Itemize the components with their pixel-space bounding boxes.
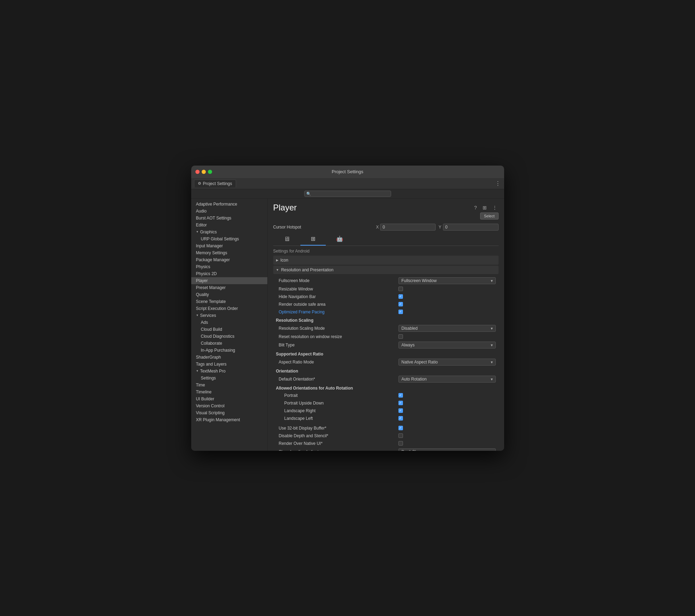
sidebar-item-memory-settings[interactable]: Memory Settings bbox=[191, 249, 267, 256]
close-button[interactable] bbox=[195, 170, 200, 174]
sidebar-item-preset-manager[interactable]: Preset Manager bbox=[191, 284, 267, 291]
reset-resolution-checkbox[interactable] bbox=[398, 334, 403, 339]
sidebar-item-graphics[interactable]: ▼ Graphics bbox=[191, 229, 267, 235]
render-outside-checkbox[interactable] bbox=[398, 302, 403, 306]
sidebar-item-physics-2d[interactable]: Physics 2D bbox=[191, 270, 267, 277]
search-icon: 🔍 bbox=[306, 191, 311, 196]
disable-depth-checkbox[interactable] bbox=[398, 433, 403, 438]
sidebar-item-tags-and-layers[interactable]: Tags and Layers bbox=[191, 361, 267, 368]
optimized-frame-label: Optimized Frame Pacing bbox=[276, 310, 398, 314]
sidebar-item-editor[interactable]: Editor bbox=[191, 222, 267, 229]
search-bar: 🔍 bbox=[191, 189, 504, 199]
aspect-ratio-mode-value: Native Aspect Ratio Legacy Wide Screen (… bbox=[398, 359, 496, 366]
use-32bit-label: Use 32-bit Display Buffer* bbox=[276, 426, 398, 431]
fullscreen-mode-select[interactable]: Fullscreen Window Windowed Exclusive Ful… bbox=[398, 277, 496, 284]
tabs-more-button[interactable]: ⋮ bbox=[495, 180, 501, 187]
android-platform-tab[interactable]: 🤖 bbox=[326, 233, 354, 246]
default-orientation-label: Default Orientation* bbox=[276, 377, 398, 382]
optimized-frame-value bbox=[398, 310, 496, 314]
platform-tabs: 🖥 ⊞ 🤖 bbox=[273, 233, 499, 246]
sidebar-item-textmesh-pro[interactable]: ▼ TextMesh Pro bbox=[191, 368, 267, 375]
show-loading-select[interactable]: Don't Show Show bbox=[398, 448, 496, 451]
hide-nav-bar-value bbox=[398, 294, 496, 299]
sidebar-item-in-app-purchasing[interactable]: In-App Purchasing bbox=[191, 347, 267, 354]
reset-resolution-row: Reset resolution on window resize bbox=[273, 333, 499, 341]
sidebar-item-burst-aot[interactable]: Burst AOT Settings bbox=[191, 215, 267, 222]
maximize-button[interactable] bbox=[208, 170, 212, 174]
desktop-platform-tab[interactable]: 🖥 bbox=[273, 233, 300, 246]
sidebar-item-collaborate[interactable]: Collaborate bbox=[191, 340, 267, 347]
sidebar-item-timeline[interactable]: Timeline bbox=[191, 389, 267, 395]
show-loading-dropdown-wrap: Don't Show Show ▼ bbox=[398, 448, 496, 451]
sidebar-item-services[interactable]: ▼ Services bbox=[191, 312, 267, 319]
tabs-bar: ⚙ Project Settings ⋮ bbox=[191, 178, 504, 189]
cursor-hotspot-row: Cursor Hotspot X Y bbox=[268, 222, 504, 233]
sidebar-item-cloud-build[interactable]: Cloud Build bbox=[191, 326, 267, 333]
services-triangle: ▼ bbox=[196, 314, 199, 317]
landscape-left-row: Landscape Left bbox=[273, 415, 499, 422]
tab-label: Project Settings bbox=[203, 181, 232, 186]
portrait-checkbox[interactable] bbox=[398, 393, 403, 398]
portrait-label: Portrait bbox=[276, 393, 398, 398]
sidebar-item-quality[interactable]: Quality bbox=[191, 291, 267, 298]
optimized-frame-checkbox[interactable] bbox=[398, 310, 403, 314]
default-orientation-dropdown-wrap: Auto Rotation Portrait Portrait Upside D… bbox=[398, 376, 496, 383]
hide-nav-bar-checkbox[interactable] bbox=[398, 294, 403, 299]
sidebar-item-audio[interactable]: Audio bbox=[191, 208, 267, 215]
textmesh-triangle: ▼ bbox=[196, 369, 199, 373]
disable-depth-value bbox=[398, 433, 496, 438]
sidebar-item-time[interactable]: Time bbox=[191, 382, 267, 389]
portrait-upside-down-checkbox[interactable] bbox=[398, 401, 403, 405]
resolution-section-header[interactable]: ▼ Resolution and Presentation bbox=[273, 266, 499, 274]
sidebar-item-cloud-diagnostics[interactable]: Cloud Diagnostics bbox=[191, 333, 267, 340]
sidebar-item-input-manager[interactable]: Input Manager bbox=[191, 242, 267, 249]
search-input[interactable] bbox=[304, 191, 391, 197]
blit-type-select[interactable]: Always Never Auto bbox=[398, 342, 496, 349]
sidebar-item-adaptive-performance[interactable]: Adaptive Performance bbox=[191, 201, 267, 208]
project-settings-tab[interactable]: ⚙ Project Settings bbox=[194, 179, 236, 187]
hide-nav-bar-label: Hide Navigation Bar bbox=[276, 294, 398, 299]
resizable-window-checkbox[interactable] bbox=[398, 287, 403, 291]
main-content: Adaptive Performance Audio Burst AOT Set… bbox=[191, 199, 504, 451]
use-32bit-value bbox=[398, 426, 496, 430]
sidebar-item-version-control[interactable]: Version Control bbox=[191, 402, 267, 409]
optimized-frame-row: Optimized Frame Pacing bbox=[273, 308, 499, 316]
layout-button[interactable]: ⊞ bbox=[481, 204, 488, 211]
sidebar-item-ui-builder[interactable]: UI Builder bbox=[191, 395, 267, 402]
services-label: Services bbox=[200, 313, 216, 318]
use-32bit-row: Use 32-bit Display Buffer* bbox=[273, 424, 499, 432]
sidebar-item-textmesh-settings[interactable]: Settings bbox=[191, 375, 267, 382]
sidebar-item-xr-plugin[interactable]: XR Plugin Management bbox=[191, 416, 267, 423]
sidebar-item-shader-graph[interactable]: ShaderGraph bbox=[191, 354, 267, 361]
sidebar-item-script-execution[interactable]: Script Execution Order bbox=[191, 305, 267, 312]
x-label: X bbox=[376, 225, 379, 230]
sidebar-item-physics[interactable]: Physics bbox=[191, 263, 267, 270]
portrait-row: Portrait bbox=[273, 392, 499, 399]
help-button[interactable]: ? bbox=[473, 204, 478, 211]
sidebar-item-package-manager[interactable]: Package Manager bbox=[191, 256, 267, 263]
aspect-ratio-select[interactable]: Native Aspect Ratio Legacy Wide Screen (… bbox=[398, 359, 496, 366]
landscape-right-checkbox[interactable] bbox=[398, 408, 403, 413]
sidebar-item-player[interactable]: Player bbox=[191, 277, 267, 284]
cursor-x-input[interactable] bbox=[380, 224, 436, 231]
scaling-mode-select[interactable]: Disabled Fixed DPI Physical Device DPI bbox=[398, 325, 496, 332]
landscape-left-checkbox[interactable] bbox=[398, 416, 403, 421]
default-orientation-select[interactable]: Auto Rotation Portrait Portrait Upside D… bbox=[398, 376, 496, 383]
render-over-native-checkbox[interactable] bbox=[398, 441, 403, 446]
minimize-button[interactable] bbox=[202, 170, 206, 174]
more-options-button[interactable]: ⋮ bbox=[491, 204, 499, 211]
supported-aspect-ratio-header: Supported Aspect Ratio bbox=[273, 350, 499, 358]
sidebar-item-urp-global[interactable]: URP Global Settings bbox=[191, 235, 267, 242]
icon-section-header[interactable]: ▶ Icon bbox=[273, 256, 499, 265]
use-32bit-checkbox[interactable] bbox=[398, 426, 403, 430]
cursor-y-input[interactable] bbox=[443, 224, 499, 231]
sidebar-item-visual-scripting[interactable]: Visual Scripting bbox=[191, 409, 267, 416]
tablet-platform-tab[interactable]: ⊞ bbox=[300, 233, 326, 246]
render-outside-label: Render outside safe area bbox=[276, 302, 398, 307]
sidebar-item-scene-template[interactable]: Scene Template bbox=[191, 298, 267, 305]
sidebar-item-ads[interactable]: Ads bbox=[191, 319, 267, 326]
search-wrap: 🔍 bbox=[304, 191, 391, 197]
select-button[interactable]: Select bbox=[480, 213, 499, 219]
resolution-section-content: Fullscreen Mode Fullscreen Window Window… bbox=[273, 275, 499, 451]
resizable-window-value bbox=[398, 287, 496, 291]
